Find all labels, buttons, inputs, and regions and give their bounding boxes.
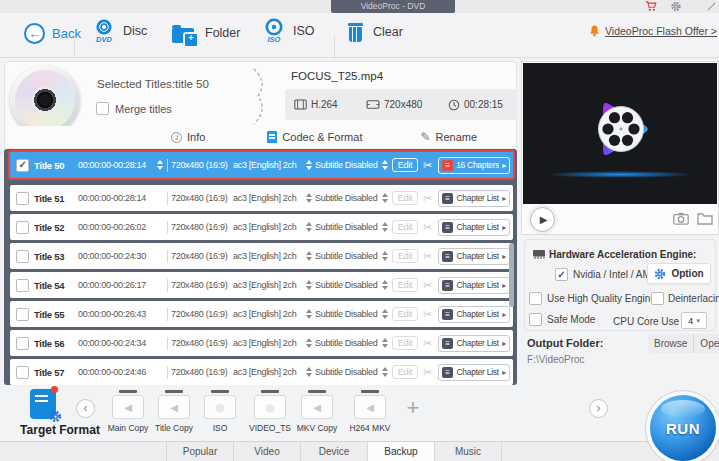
table-row-title54[interactable]: ✓ Title 54 00:00:00-00:26:17 720x480 (16…	[10, 272, 513, 298]
format-item-video-ts[interactable]: ◎ VIDEO_TS	[248, 390, 292, 436]
subtitle-spinner[interactable]	[381, 160, 389, 170]
audio-select[interactable]: ac3 [English] 2ch	[233, 309, 305, 319]
browse-button[interactable]: Browse	[648, 334, 693, 353]
flash-offer-link[interactable]: VideoProc Flash Offer >	[588, 24, 717, 38]
table-row-title53[interactable]: ✓ Title 53 00:00:00-00:24:30 720x480 (16…	[10, 243, 513, 269]
chapter-list-button[interactable]: ≡ Chapter List ▸	[438, 335, 510, 352]
tab-device[interactable]: Device	[300, 442, 367, 461]
chapters-button[interactable]: ≡ 16 Chapters ▸	[438, 157, 510, 174]
checkbox[interactable]: ✓	[555, 268, 568, 281]
gear-icon[interactable]	[670, 1, 682, 12]
subtitle-spinner[interactable]	[381, 251, 389, 261]
audio-select[interactable]: ac3 [English] 2ch	[233, 280, 305, 290]
chapter-list-button[interactable]: ≡ Chapter List ▸	[438, 364, 510, 381]
option-button[interactable]: Option	[647, 263, 711, 284]
audio-spinner[interactable]	[305, 338, 313, 348]
disc-button[interactable]: DVD Disc	[92, 18, 147, 44]
edit-button[interactable]: Edit	[392, 278, 418, 292]
subtitle-select[interactable]: Subtitle Disabled	[315, 309, 381, 319]
audio-spinner[interactable]	[305, 367, 313, 377]
checkbox[interactable]: ✓	[529, 292, 542, 305]
checkbox[interactable]: ✓	[651, 292, 664, 305]
open-button[interactable]: Open	[693, 334, 719, 353]
subtitle-select[interactable]: Subtitle Disabled	[315, 251, 381, 261]
audio-select[interactable]: ac3 [English] 2ch	[233, 251, 305, 261]
edit-button[interactable]: Edit	[392, 365, 418, 379]
row-checkbox[interactable]: ✓	[16, 366, 29, 379]
subtitle-spinner[interactable]	[381, 280, 389, 290]
safe-mode-checkbox[interactable]: ✓ Safe Mode	[529, 313, 595, 326]
row-checkbox[interactable]: ✓	[16, 221, 29, 234]
edit-button[interactable]: Edit	[392, 249, 418, 263]
chapter-list-button[interactable]: ≡ Chapter List ▸	[438, 190, 510, 207]
audio-select[interactable]: ac3 [English] 2ch	[233, 338, 305, 348]
tab-music[interactable]: Music	[434, 442, 501, 461]
checkbox[interactable]: ✓	[96, 102, 109, 115]
row-checkbox[interactable]: ✓	[16, 192, 29, 205]
row-checkbox[interactable]: ✓	[16, 308, 29, 321]
chapter-list-button[interactable]: ≡ Chapter List ▸	[438, 248, 510, 265]
table-row-title50[interactable]: ✓ Title 50 00:00:00-00:28:14 720x480 (16…	[8, 150, 515, 180]
scissors-icon[interactable]: ✂	[420, 337, 435, 350]
deinterlacing-checkbox[interactable]: ✓ Deinterlacing	[651, 292, 719, 305]
audio-select[interactable]: ac3 [English] 2ch	[233, 160, 305, 170]
subtitle-select[interactable]: Subtitle Disabled	[315, 222, 381, 232]
tab-backup[interactable]: Backup	[367, 442, 434, 461]
table-row-title56[interactable]: ✓ Title 56 00:00:00-00:24:34 720x480 (16…	[10, 330, 513, 356]
hw-vendor-checkbox[interactable]: ✓ Nvidia / Intel / AMD	[555, 268, 658, 281]
clear-button[interactable]: Clear	[348, 22, 403, 42]
chapter-list-button[interactable]: ≡ Chapter List ▸	[438, 306, 510, 323]
format-item-h264-mkv[interactable]: ◀ H264 MKV	[348, 390, 392, 436]
row-checkbox[interactable]: ✓	[16, 250, 29, 263]
table-row-title52[interactable]: ✓ Title 52 00:00:00-00:26:02 720x480 (16…	[10, 214, 513, 240]
edit-button[interactable]: Edit	[392, 307, 418, 321]
scroll-left-button[interactable]: ‹	[76, 399, 95, 418]
format-item-mkv-copy[interactable]: ◀ MKV Copy	[295, 390, 339, 436]
audio-spinner[interactable]	[305, 280, 313, 290]
subtitle-select[interactable]: Subtitle Disabled	[315, 338, 381, 348]
scissors-icon[interactable]: ✂	[420, 308, 435, 321]
scissors-icon[interactable]: ✂	[420, 221, 435, 234]
scissors-icon[interactable]: ✂	[420, 159, 435, 172]
tab-popular[interactable]: Popular	[166, 442, 233, 461]
audio-spinner[interactable]	[305, 160, 313, 170]
scissors-icon[interactable]: ✂	[420, 366, 435, 379]
iso-button[interactable]: ISO ISO	[262, 18, 315, 44]
subtitle-spinner[interactable]	[381, 338, 389, 348]
merge-titles-checkbox[interactable]: ✓ Merge titles	[96, 102, 172, 115]
tab-info[interactable]: i Info	[171, 131, 205, 143]
edit-button[interactable]: Edit	[392, 336, 418, 350]
subtitle-select[interactable]: Subtitle Disabled	[315, 367, 381, 377]
checkbox[interactable]: ✓	[529, 313, 542, 326]
back-button[interactable]: ← Back	[24, 23, 81, 44]
time-spinner[interactable]	[156, 160, 164, 170]
edit-button[interactable]: Edit	[392, 191, 418, 205]
cart-icon[interactable]	[645, 1, 657, 12]
subtitle-select[interactable]: Subtitle Disabled	[315, 193, 381, 203]
subtitle-spinner[interactable]	[381, 309, 389, 319]
cpu-core-select[interactable]: 4 ▾	[681, 312, 707, 329]
run-button[interactable]: RUN	[650, 395, 716, 461]
tab-codec-format[interactable]: Codec & Format	[267, 131, 362, 143]
subtitle-select[interactable]: Subtitle Disabled	[315, 280, 381, 290]
scissors-icon[interactable]: ✂	[420, 192, 435, 205]
scissors-icon[interactable]: ✂	[420, 250, 435, 263]
open-folder-icon[interactable]	[697, 212, 713, 225]
edit-button[interactable]: Edit	[392, 158, 418, 172]
audio-select[interactable]: ac3 [English] 2ch	[233, 193, 305, 203]
subtitle-select[interactable]: Subtitle Disabled	[315, 160, 381, 170]
subtitle-spinner[interactable]	[381, 193, 389, 203]
tab-video[interactable]: Video	[233, 442, 300, 461]
tab-rename[interactable]: ✎ Rename	[420, 131, 477, 143]
audio-spinner[interactable]	[305, 222, 313, 232]
subtitle-spinner[interactable]	[381, 367, 389, 377]
audio-select[interactable]: ac3 [English] 2ch	[233, 367, 305, 377]
list-scrollbar[interactable]	[509, 243, 514, 307]
high-quality-checkbox[interactable]: ✓ Use High Quality Engine	[529, 292, 656, 305]
format-item-iso[interactable]: ◎ ISO	[198, 390, 242, 436]
table-row-title51[interactable]: ✓ Title 51 00:00:00-00:28:14 720x480 (16…	[10, 185, 513, 211]
row-checkbox[interactable]: ✓	[16, 279, 29, 292]
table-row-title57[interactable]: ✓ Title 57 00:00:00-00:24:46 720x480 (16…	[10, 359, 513, 385]
row-checkbox[interactable]: ✓	[16, 337, 29, 350]
chapter-list-button[interactable]: ≡ Chapter List ▸	[438, 219, 510, 236]
